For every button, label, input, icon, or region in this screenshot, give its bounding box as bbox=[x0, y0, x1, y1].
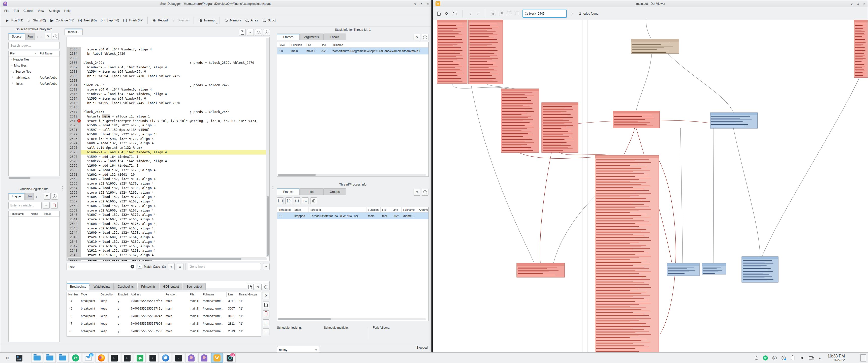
taskbar-folder-button[interactable] bbox=[57, 353, 68, 363]
bp-col-line[interactable]: Line bbox=[226, 292, 237, 297]
code-line[interactable]: 2505 bbox=[67, 56, 270, 61]
code-line[interactable]: 2536 %1605 = load i32, i32* %179, align … bbox=[67, 194, 270, 199]
toolbar-start-button[interactable]: ▷Start (F2) bbox=[25, 17, 48, 24]
dot-search-input[interactable]: block_2445 bbox=[523, 9, 567, 18]
code-line[interactable]: 2548 %1611 = load i32, i32* %168, align … bbox=[67, 248, 270, 253]
tray-bell-icon[interactable] bbox=[753, 355, 759, 361]
thread-col-file[interactable]: File bbox=[380, 207, 391, 212]
code-line[interactable]: 2530 %1601 = load i32, i32* %175, align … bbox=[67, 168, 270, 173]
bp-col-number[interactable]: Number bbox=[67, 292, 80, 297]
code-line[interactable]: 2511block_2430: ; preds = %block_2429 bbox=[67, 83, 270, 88]
stack-tab-arguments[interactable]: Arguments bbox=[300, 33, 323, 40]
tab-close-icon[interactable]: × bbox=[78, 30, 79, 33]
toolbar-next-button[interactable]: {↷}Next (F5) bbox=[76, 17, 98, 24]
log-open-icon[interactable] bbox=[247, 283, 253, 291]
taskbar-config-button[interactable] bbox=[13, 353, 25, 363]
code-line[interactable]: 2549 store i32 %1611, i32* %162, align 4 bbox=[67, 253, 270, 258]
toolbar-run-button[interactable]: ▶Run (F1) bbox=[3, 17, 25, 24]
bp-file-icon[interactable] bbox=[262, 301, 270, 308]
graph-node[interactable] bbox=[517, 263, 564, 277]
code-line[interactable]: 2509 br i1 %1594, label %block_2430, lab… bbox=[67, 74, 270, 79]
thread-row[interactable]: └1stoppedThread 0x7ffff7af8740 (LWP 5491… bbox=[277, 212, 429, 219]
editor-hscroll[interactable] bbox=[67, 258, 267, 261]
log-save-icon[interactable]: ✎ bbox=[255, 283, 261, 291]
thread-refresh-icon[interactable]: ⟳ bbox=[413, 189, 421, 195]
bp-col-disposition[interactable]: Disposition bbox=[99, 292, 116, 297]
code-line[interactable]: 2545 store i32 %1609, i32* %164, align 4 bbox=[67, 235, 270, 240]
code-line[interactable]: 2531 %1602 = add i32 %1601, 10 bbox=[67, 173, 270, 177]
vtab-scroll-left-icon[interactable]: ‹ bbox=[34, 193, 38, 200]
tab-gdb-output[interactable]: GDB output bbox=[159, 283, 183, 290]
editor-search-icon[interactable] bbox=[255, 29, 262, 36]
tray-caret-icon[interactable]: ∧ bbox=[817, 355, 823, 361]
graph-node[interactable] bbox=[854, 20, 868, 78]
stack-refresh-icon[interactable]: ⟳ bbox=[413, 34, 421, 41]
col-fullname[interactable]: Full Name bbox=[38, 51, 60, 56]
tree-item-header-files[interactable]: ├ Header files bbox=[8, 57, 60, 62]
code-line[interactable]: 2521 %1597 = call i32 @puts(i8* %1596) bbox=[67, 127, 270, 132]
clock[interactable]: 10:38 PM 11/27/22 bbox=[828, 354, 845, 362]
graph-node[interactable] bbox=[541, 102, 578, 152]
thread-col-line[interactable]: Line bbox=[391, 207, 402, 212]
breakpoint-icon[interactable] bbox=[78, 119, 81, 122]
tray-update-icon[interactable]: ↑ bbox=[781, 355, 786, 361]
col-name[interactable]: Name bbox=[29, 211, 42, 216]
toolbar-array-button[interactable]: Array bbox=[243, 17, 260, 24]
dot-back-icon[interactable]: ‹ bbox=[468, 11, 472, 16]
code-line[interactable]: 2519 store i8* getelementptr inbounds ([… bbox=[67, 119, 270, 123]
code-line[interactable]: 2507 %index69 = load i64, i64* %index7, … bbox=[67, 65, 270, 69]
find-input[interactable]: here ✕ bbox=[66, 263, 136, 270]
code-line[interactable]: 2540 %1607 = load i32, i32* %177, align … bbox=[67, 212, 270, 217]
code-line[interactable]: 2535 store i32 %1604, i32* %169, align 4 bbox=[67, 190, 270, 195]
bp-col-thread-groups[interactable]: Thread Groups bbox=[237, 292, 259, 297]
tab-watchpoints[interactable]: Watchpoints bbox=[90, 283, 114, 290]
tree-item-abi-note-c[interactable]: └─ abi-note.c/usr/src/debu bbox=[8, 74, 60, 81]
tray-sync-icon[interactable]: ⟳ bbox=[763, 355, 768, 361]
variable-clear-trash-icon[interactable] bbox=[51, 202, 58, 209]
bp-add-button[interactable]: + bbox=[262, 320, 270, 326]
toolbar-finish-button[interactable]: {↑}Finish (F7) bbox=[121, 17, 145, 24]
code-line[interactable]: 2510 bbox=[67, 79, 270, 83]
match-case-checkbox[interactable]: ✔ bbox=[138, 265, 142, 269]
dot-forward-icon[interactable]: › bbox=[475, 11, 480, 16]
menu-file[interactable]: File bbox=[2, 8, 11, 13]
taskbar-firefox-button[interactable] bbox=[95, 353, 107, 363]
thread-col-target-id[interactable]: Target Id bbox=[309, 207, 367, 212]
dot-zoom-original-icon[interactable] bbox=[515, 11, 520, 16]
code-line[interactable]: 2524 %num = load i32, i32* %172, align 4 bbox=[67, 141, 270, 146]
stack-col-function[interactable]: Function bbox=[290, 42, 305, 48]
clear-search-icon[interactable]: ✕ bbox=[130, 265, 134, 269]
code-line[interactable]: 2534 %1604 = load i32, i32* %180, align … bbox=[67, 186, 270, 190]
col-timestamp[interactable]: Timestamp bbox=[8, 211, 29, 216]
tab-scroll-left-icon[interactable]: ‹ bbox=[35, 34, 39, 40]
taskbar-seer-button[interactable] bbox=[186, 353, 197, 363]
dot-minimize-icon[interactable]: ∨ bbox=[850, 2, 853, 6]
breakpoint-row[interactable]: └8breakpointkeepy0x0000555555557560mainm… bbox=[67, 328, 261, 335]
show-desktop-button[interactable] bbox=[861, 355, 866, 362]
menu-view[interactable]: View bbox=[36, 8, 46, 13]
tab-source[interactable]: Source bbox=[8, 33, 25, 40]
bp-col-type[interactable]: Type bbox=[80, 292, 99, 297]
tree-item-init-c[interactable]: └─ init.c/usr/src/debu bbox=[8, 81, 60, 87]
source-search-input[interactable]: Search regex... bbox=[8, 42, 60, 49]
code-line[interactable]: 2506block_2429: ; preds = %block_2529, %… bbox=[67, 61, 270, 65]
tray-network-icon[interactable] bbox=[808, 355, 813, 361]
code-line[interactable]: 2517block_2445: ; preds = %block_2430 bbox=[67, 110, 270, 114]
dot-print-icon[interactable] bbox=[452, 11, 457, 16]
tab-scroll-right-icon[interactable]: › bbox=[40, 34, 44, 40]
code-line[interactable]: 2523 store i32 %1598, i32* %172, align 4 bbox=[67, 137, 270, 141]
toolbar-memory-button[interactable]: Memory bbox=[222, 17, 243, 24]
thread-tab-ids[interactable]: Ids bbox=[300, 188, 323, 195]
editor-tab-mainll[interactable]: main.ll × bbox=[64, 29, 83, 35]
graph-node[interactable] bbox=[595, 155, 659, 352]
menu-edit[interactable]: Edit bbox=[11, 8, 21, 13]
thread-hscroll[interactable] bbox=[278, 318, 426, 321]
stack-tab-frames[interactable]: Frames bbox=[277, 33, 300, 40]
code-line[interactable]: 2544 %1609 = load i32, i32* %170, align … bbox=[67, 231, 270, 235]
goto-line-input[interactable]: Go to line # bbox=[188, 263, 261, 270]
taskbar-folder-button[interactable] bbox=[44, 353, 56, 363]
toolbar-interrupt-button[interactable]: Interrupt∨ bbox=[196, 17, 217, 24]
tab-logger[interactable]: Logger bbox=[8, 193, 25, 200]
editor-open-file-icon[interactable] bbox=[239, 29, 246, 36]
code-line[interactable]: 2538 %1606 = load i32, i32* %178, align … bbox=[67, 204, 270, 208]
